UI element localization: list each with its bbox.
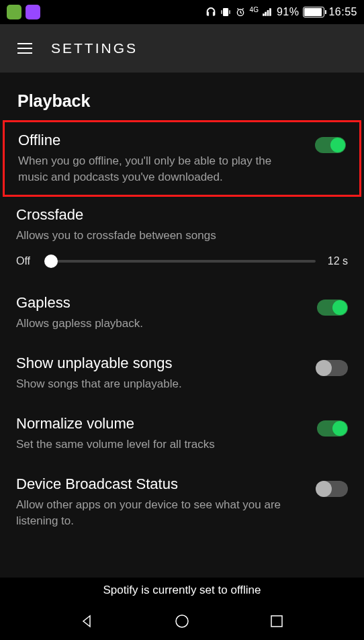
svg-rect-8 (263, 14, 264, 16)
battery-icon (303, 7, 324, 17)
setting-unplayable[interactable]: Show unplayable songs Show songs that ar… (16, 345, 348, 406)
battery-percent: 91% (277, 6, 300, 18)
setting-desc: Allow other apps on your device to see w… (16, 497, 304, 529)
app-header: SETTINGS (0, 24, 364, 73)
setting-title: Normalize volume (16, 415, 304, 432)
caption-text: Spotify is currently set to offline (103, 584, 261, 597)
caption-bar: Spotify is currently set to offline (0, 578, 364, 602)
setting-title: Offline (18, 132, 302, 149)
page-title: SETTINGS (51, 40, 138, 56)
svg-rect-11 (269, 9, 271, 16)
back-icon[interactable] (79, 613, 95, 629)
setting-title: Device Broadcast Status (16, 475, 304, 493)
toggle-normalize[interactable] (317, 420, 348, 437)
crossfade-slider[interactable]: Off 12 s (16, 248, 348, 285)
notif-icon-2 (26, 5, 40, 19)
setting-offline[interactable]: Offline When you go offline, you'll only… (18, 129, 346, 191)
svg-line-6 (237, 9, 238, 9)
recent-icon[interactable] (269, 613, 285, 629)
signal-icon (262, 7, 273, 17)
status-bar: 4G 91% 16:55 (0, 0, 364, 24)
setting-normalize[interactable]: Normalize volume Set the same volume lev… (16, 406, 348, 466)
home-icon[interactable] (174, 613, 190, 629)
slider-max-label: 12 s (324, 255, 348, 267)
toggle-offline[interactable] (315, 137, 346, 153)
toggle-unplayable[interactable] (317, 360, 348, 376)
svg-line-7 (242, 9, 243, 9)
svg-rect-13 (271, 616, 282, 627)
android-nav-bar (0, 602, 364, 640)
setting-crossfade: Crossfade Allows you to crossfade betwee… (16, 197, 348, 249)
notif-icon-1 (7, 5, 21, 19)
status-right: 4G 91% 16:55 (206, 6, 357, 18)
setting-desc: When you go offline, you'll only be able… (18, 153, 302, 185)
setting-desc: Show songs that are unplayable. (16, 376, 304, 392)
setting-title: Gapless (16, 294, 304, 312)
svg-rect-0 (223, 9, 228, 16)
svg-line-5 (240, 13, 242, 13)
setting-gapless[interactable]: Gapless Allows gapless playback. (16, 285, 348, 345)
status-left (7, 5, 40, 19)
alarm-icon (235, 7, 246, 17)
setting-title: Show unplayable songs (16, 355, 304, 372)
svg-point-12 (176, 615, 188, 627)
setting-desc: Allows gapless playback. (16, 316, 304, 332)
svg-rect-9 (265, 12, 267, 15)
vibrate-icon (220, 7, 231, 17)
headphones-icon (206, 7, 216, 17)
setting-desc: Allows you to crossfade between songs (16, 228, 348, 244)
highlighted-setting: Offline When you go offline, you'll only… (3, 120, 361, 197)
slider-min-label: Off (16, 255, 36, 267)
toggle-gapless[interactable] (317, 300, 348, 316)
settings-content: Playback Offline When you go offline, yo… (0, 73, 364, 578)
toggle-broadcast[interactable] (317, 481, 348, 497)
setting-desc: Set the same volume level for all tracks (16, 437, 304, 453)
network-type: 4G (250, 6, 259, 13)
slider-thumb[interactable] (44, 255, 58, 268)
svg-rect-10 (267, 10, 269, 15)
signal-block: 4G (250, 7, 273, 17)
section-title: Playback (17, 91, 348, 111)
setting-title: Crossfade (16, 206, 348, 224)
setting-broadcast[interactable]: Device Broadcast Status Allow other apps… (16, 466, 348, 532)
menu-icon[interactable] (17, 43, 32, 54)
clock: 16:55 (328, 6, 357, 18)
slider-track[interactable] (44, 260, 316, 263)
